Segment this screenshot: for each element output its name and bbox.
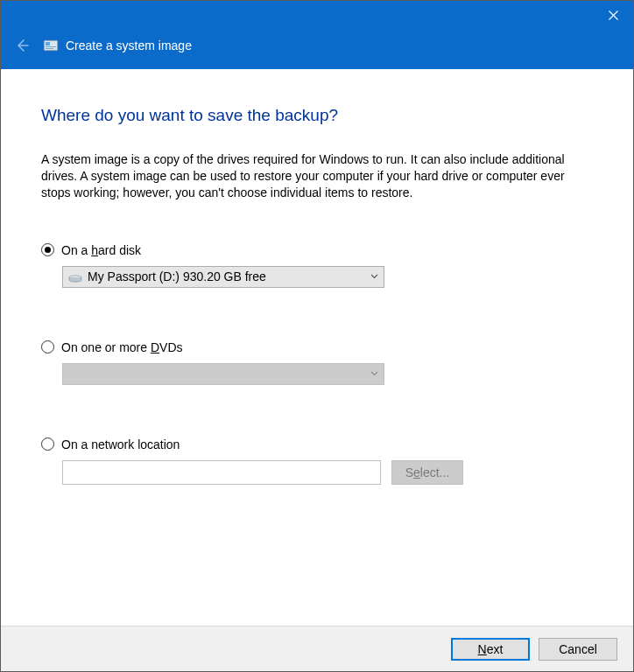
titlebar bbox=[1, 1, 633, 29]
chevron-down-icon bbox=[364, 267, 384, 287]
option-network: On a network location Select... bbox=[41, 438, 593, 485]
svg-rect-3 bbox=[46, 48, 53, 49]
hard-disk-selected: My Passport (D:) 930.20 GB free bbox=[88, 270, 266, 284]
footer: Next Cancel bbox=[1, 626, 633, 671]
back-arrow-icon bbox=[14, 38, 30, 53]
dvds-dropdown bbox=[62, 363, 384, 385]
close-icon bbox=[609, 10, 618, 20]
svg-rect-2 bbox=[46, 46, 56, 47]
header-bar: Create a system image bbox=[1, 29, 633, 69]
back-button bbox=[11, 35, 32, 56]
page-heading: Where do you want to save the backup? bbox=[41, 106, 593, 125]
close-button[interactable] bbox=[593, 1, 633, 29]
select-button: Select... bbox=[391, 460, 463, 485]
radio-dvds[interactable] bbox=[41, 340, 54, 354]
next-button[interactable]: Next bbox=[451, 638, 530, 661]
radio-hard-disk[interactable] bbox=[41, 243, 54, 256]
radio-network-label[interactable]: On a network location bbox=[61, 438, 180, 452]
window-title: Create a system image bbox=[66, 38, 192, 52]
svg-rect-1 bbox=[46, 42, 50, 46]
radio-hard-disk-label[interactable]: On a hard disk bbox=[61, 243, 141, 257]
radio-network[interactable] bbox=[41, 438, 54, 451]
option-dvds: On one or more DVDs bbox=[41, 340, 593, 385]
wizard-icon bbox=[43, 38, 59, 53]
page-description: A system image is a copy of the drives r… bbox=[41, 151, 593, 201]
wizard-window: Create a system image Where do you want … bbox=[0, 0, 634, 672]
hard-disk-dropdown[interactable]: My Passport (D:) 930.20 GB free bbox=[62, 266, 384, 288]
option-hard-disk: On a hard disk My Passport (D:) 930.20 G… bbox=[41, 243, 593, 288]
network-path-input bbox=[62, 460, 381, 485]
cancel-button[interactable]: Cancel bbox=[539, 638, 617, 661]
content-area: Where do you want to save the backup? A … bbox=[1, 69, 633, 626]
disk-icon bbox=[68, 272, 82, 281]
radio-dvds-label[interactable]: On one or more DVDs bbox=[61, 340, 183, 354]
chevron-down-icon bbox=[364, 364, 384, 384]
